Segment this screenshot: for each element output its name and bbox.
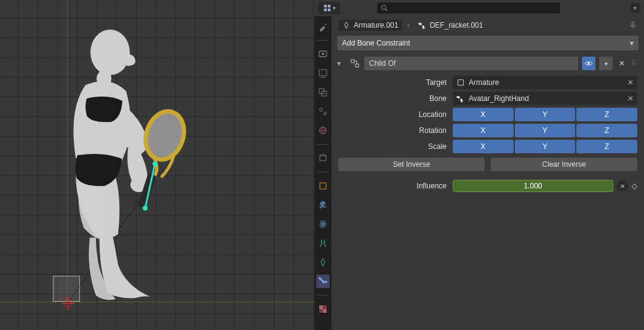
svg-point-4 bbox=[140, 107, 190, 165]
tab-output[interactable] bbox=[316, 66, 330, 80]
childof-icon bbox=[349, 58, 360, 69]
scale-label: Scale bbox=[338, 142, 449, 151]
svg-point-2 bbox=[130, 177, 148, 192]
properties-header: ▾ ▾ bbox=[314, 0, 644, 16]
tab-collection[interactable] bbox=[316, 151, 330, 165]
drag-handle-icon[interactable]: ⠿ bbox=[631, 59, 638, 68]
rotation-z-toggle[interactable]: Z bbox=[576, 124, 637, 137]
breadcrumb: Armature.001 › DEF_racket.001 bbox=[335, 16, 641, 34]
clear-inverse-button[interactable]: Clear Inverse bbox=[491, 158, 637, 171]
breadcrumb-bone[interactable]: DEF_racket.001 bbox=[415, 20, 487, 31]
close-icon: ✕ bbox=[620, 183, 625, 190]
delete-constraint-button[interactable]: ✕ bbox=[616, 59, 627, 68]
svg-rect-10 bbox=[327, 5, 330, 7]
search-input[interactable] bbox=[376, 2, 561, 14]
properties-icon bbox=[323, 4, 332, 12]
location-z-toggle[interactable]: Z bbox=[576, 108, 637, 121]
svg-point-8 bbox=[153, 161, 157, 166]
disclosure-toggle[interactable]: ▾ bbox=[337, 59, 346, 68]
rotation-x-toggle[interactable]: X bbox=[453, 124, 514, 137]
svg-point-28 bbox=[320, 246, 321, 247]
scale-x-toggle[interactable]: X bbox=[453, 140, 514, 153]
svg-point-35 bbox=[587, 62, 590, 65]
svg-point-29 bbox=[325, 246, 326, 247]
clear-target-button[interactable]: ✕ bbox=[627, 78, 634, 87]
rotation-y-toggle[interactable]: Y bbox=[515, 124, 576, 137]
scale-z-toggle[interactable]: Z bbox=[576, 140, 637, 153]
breadcrumb-armature-label: Armature.001 bbox=[354, 21, 399, 30]
breadcrumb-bone-label: DEF_racket.001 bbox=[430, 21, 483, 30]
search-icon bbox=[381, 4, 388, 12]
svg-rect-33 bbox=[351, 60, 354, 63]
scale-y-toggle[interactable]: Y bbox=[515, 140, 576, 153]
axis-x-line bbox=[0, 302, 314, 302]
keyframe-button[interactable]: ◇ bbox=[632, 182, 637, 190]
bone-value: Avatar_RightHand bbox=[469, 94, 529, 103]
tab-texture[interactable] bbox=[316, 302, 330, 316]
set-inverse-button[interactable]: Set Inverse bbox=[338, 158, 485, 171]
tab-object-constraint[interactable] bbox=[316, 236, 330, 250]
add-bone-constraint-dropdown[interactable]: Add Bone Constraint ▾ bbox=[337, 36, 638, 50]
armature-icon bbox=[342, 21, 351, 30]
chevron-down-icon: ▾ bbox=[634, 5, 637, 11]
chevron-down-icon: ▾ bbox=[630, 39, 634, 47]
3d-cursor[interactable] bbox=[63, 299, 72, 307]
constraint-body: Target Armature ✕ Bone Avatar_RightHand … bbox=[335, 71, 641, 195]
tab-armature[interactable] bbox=[316, 256, 330, 269]
3d-viewport[interactable] bbox=[0, 0, 314, 330]
tab-object[interactable] bbox=[316, 179, 330, 193]
svg-rect-23 bbox=[320, 183, 326, 189]
bone-icon bbox=[456, 94, 465, 103]
constraint-name-text: Child Of bbox=[369, 59, 396, 68]
character-figure bbox=[52, 26, 212, 307]
svg-point-3 bbox=[140, 107, 190, 165]
tab-modifier[interactable] bbox=[316, 198, 330, 212]
clear-bone-button[interactable]: ✕ bbox=[627, 94, 634, 103]
svg-rect-12 bbox=[327, 9, 330, 11]
influence-slider[interactable]: 1.000 bbox=[453, 180, 613, 192]
tab-tool[interactable] bbox=[316, 20, 330, 33]
svg-point-16 bbox=[322, 53, 324, 55]
target-label: Target bbox=[338, 78, 449, 87]
location-y-toggle[interactable]: Y bbox=[515, 108, 576, 121]
tab-scene[interactable] bbox=[316, 105, 330, 118]
breadcrumb-armature[interactable]: Armature.001 bbox=[338, 20, 402, 31]
svg-rect-9 bbox=[324, 5, 326, 7]
add-constraint-label: Add Bone Constraint bbox=[342, 39, 410, 47]
camera-outline[interactable] bbox=[53, 276, 80, 302]
axis-y-line bbox=[67, 0, 68, 302]
chevron-down-icon: ▾ bbox=[605, 60, 608, 67]
svg-rect-32 bbox=[323, 309, 327, 313]
svg-rect-22 bbox=[320, 156, 326, 161]
editor-type-selector[interactable]: ▾ bbox=[318, 2, 340, 14]
properties-tabs bbox=[314, 16, 332, 330]
target-value: Armature bbox=[469, 78, 499, 87]
options-dropdown[interactable]: ▾ bbox=[630, 3, 640, 13]
influence-label: Influence bbox=[338, 182, 449, 190]
pin-icon[interactable] bbox=[629, 21, 637, 30]
bone-label: Bone bbox=[338, 94, 449, 103]
mute-toggle[interactable] bbox=[582, 57, 595, 70]
properties-region: ▾ ▾ bbox=[314, 0, 644, 330]
bone-field[interactable]: Avatar_RightHand ✕ bbox=[453, 92, 637, 105]
breadcrumb-separator-icon: › bbox=[407, 21, 410, 30]
location-x-toggle[interactable]: X bbox=[453, 108, 514, 121]
remove-driver-button[interactable]: ✕ bbox=[617, 180, 628, 191]
tab-physics[interactable] bbox=[316, 217, 330, 231]
target-field[interactable]: Armature ✕ bbox=[453, 76, 637, 89]
svg-point-7 bbox=[143, 206, 148, 211]
tab-view-layer[interactable] bbox=[316, 86, 330, 99]
constraint-extras-dropdown[interactable]: ▾ bbox=[599, 57, 613, 70]
bone-icon bbox=[418, 21, 427, 30]
object-icon bbox=[456, 78, 465, 87]
svg-point-0 bbox=[90, 30, 130, 75]
tab-bone-constraint[interactable] bbox=[316, 275, 330, 288]
svg-rect-17 bbox=[319, 70, 327, 76]
tab-render[interactable] bbox=[316, 47, 330, 61]
location-label: Location bbox=[338, 110, 449, 119]
tab-world[interactable] bbox=[316, 124, 330, 137]
constraint-name-field[interactable]: Child Of bbox=[364, 57, 578, 70]
svg-line-14 bbox=[386, 9, 388, 11]
rotation-label: Rotation bbox=[338, 126, 449, 135]
svg-point-20 bbox=[320, 108, 323, 111]
